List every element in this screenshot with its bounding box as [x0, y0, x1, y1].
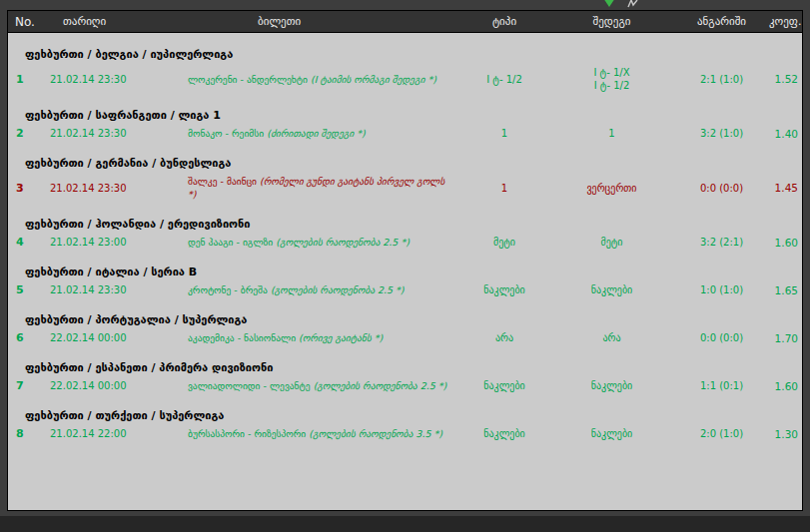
bet-type: ნაკლები: [459, 379, 549, 392]
team-names: ლოკერენი - ანდერლეხტი: [188, 74, 311, 85]
matchup: შალკე - მაინცი (რომელი გუნდი გაიტანს პირ…: [188, 175, 459, 201]
bet-result: 1: [549, 127, 674, 140]
team-names: შალკე - მაინცი: [188, 176, 260, 187]
row-number: 2: [8, 127, 38, 140]
bet-result: არა: [549, 331, 674, 344]
match-score: 1:0 (1:0): [674, 283, 769, 296]
event-date: 21.02.14 23:30: [38, 128, 188, 139]
matchup: ვალიადოლიდი - ლევანტე (გოლების რაოდენობა…: [188, 379, 459, 392]
event-date: 21.02.14 22:00: [38, 428, 188, 439]
row-number: 3: [8, 182, 38, 195]
matchup: კროტონე - ბრეშა (გოლების რაოდენობა 2.5 *…: [188, 283, 459, 296]
match-score: 2:0 (1:0): [674, 427, 769, 440]
event-date: 21.02.14 23:30: [38, 183, 188, 194]
bet-type: მეტი: [459, 236, 549, 249]
odds-value: 1.60: [769, 380, 802, 392]
event-date: 21.02.14 23:00: [38, 237, 188, 248]
betting-history-page: { "colors": { "won": "#00a651", "lost": …: [0, 0, 810, 532]
bet-type: I ტ- 1/2: [459, 73, 549, 86]
bet-type: ნაკლები: [459, 427, 549, 440]
league-header: ფეხბურთი / გერმანია / ბუნდესლიგა: [8, 146, 802, 172]
match-score: 3:2 (2:1): [674, 236, 769, 249]
bet-result: ნაკლები: [549, 379, 674, 392]
bet-row: 7 22.02.14 00:00 ვალიადოლიდი - ლევანტე (…: [8, 376, 802, 398]
bet-market: (I ტაიმის ორმაგი შედეგი *): [311, 74, 436, 85]
bet-market: (ძირითადი შედეგი *): [267, 128, 365, 139]
team-names: დენ ჰააგი - იგლზი: [188, 237, 276, 248]
row-number: 6: [8, 331, 38, 344]
odds-value: 1.52: [769, 73, 802, 85]
bet-row: 3 21.02.14 23:30 შალკე - მაინცი (რომელი …: [8, 172, 802, 207]
league-header: ფეხბურთი / იტალია / სერია B: [8, 255, 802, 280]
top-toolbar: [0, 0, 810, 10]
bets-table-frame: No. თარიღი ბილეთი ტიპი შედეგი ანგარიში კ…: [7, 10, 803, 511]
column-header-row: No. თარიღი ბილეთი ტიპი შედეგი ანგარიში კ…: [8, 11, 802, 33]
event-date: 21.02.14 23:30: [38, 74, 188, 85]
odds-value: 1.65: [769, 284, 802, 296]
bet-group: ფეხბურთი / იტალია / სერია B 5 21.02.14 2…: [8, 255, 802, 302]
matchup: აკადემიკა - ნასიონალი (ორივე გაიტანს *): [188, 331, 459, 344]
bet-result: მეტი: [549, 236, 674, 249]
bet-type: 1: [459, 127, 549, 140]
column-header-ticket: ბილეთი: [188, 15, 459, 28]
row-number: 5: [8, 283, 38, 296]
matchup: მონაკო - რეიმსი (ძირითადი შედეგი *): [188, 127, 459, 140]
odds-value: 1.40: [769, 128, 802, 140]
row-number: 1: [8, 73, 38, 86]
row-number: 4: [8, 236, 38, 249]
league-header: ფეხბურთი / ესპანეთი / პრიმერა დივიზიონი: [8, 350, 802, 376]
matchup: ბურსასპორი - რიზესპორი (გოლების რაოდენობ…: [188, 427, 459, 440]
odds-value: 1.30: [769, 428, 802, 440]
column-header-coef: კოეფ.: [769, 15, 805, 28]
team-names: მონაკო - რეიმსი: [188, 128, 267, 139]
row-number: 8: [8, 427, 38, 440]
bet-type: არა: [459, 331, 549, 344]
bet-market: (გოლების რაოდენობა 3.5 *): [309, 428, 442, 439]
bet-result: ნაკლები: [549, 283, 674, 296]
match-score: 3:2 (1:0): [674, 127, 769, 140]
league-header: ფეხბურთი / თურქეთი / სუპერლიგა: [8, 398, 802, 424]
league-header: ფეხბურთი / საფრანგეთი / ლიგა 1: [8, 98, 802, 124]
row-number: 7: [8, 379, 38, 392]
league-header: ფეხბურთი / ბელგია / იუპილერლიგა: [8, 37, 802, 63]
bet-market: (გოლების რაოდენობა 2.5 *): [271, 284, 405, 295]
bet-row: 2 21.02.14 23:30 მონაკო - რეიმსი (ძირითა…: [8, 124, 802, 146]
bet-result: ვერცერთი: [549, 182, 674, 195]
bet-row: 1 21.02.14 23:30 ლოკერენი - ანდერლეხტი (…: [8, 63, 802, 98]
bet-result: I ტ- 1/X I ტ- 1/2: [549, 66, 674, 92]
bet-row: 6 22.02.14 00:00 აკადემიკა - ნასიონალი (…: [8, 328, 802, 350]
column-header-score: ანგარიში: [674, 15, 769, 28]
bet-type: ნაკლები: [459, 283, 549, 296]
match-score: 1:1 (0:1): [674, 379, 769, 392]
bet-result: ნაკლები: [549, 427, 674, 440]
bet-group: ფეხბურთი / ესპანეთი / პრიმერა დივიზიონი …: [8, 350, 802, 398]
match-score: 2:1 (1:0): [674, 73, 769, 86]
team-names: კროტონე - ბრეშა: [188, 284, 271, 295]
bet-market: (გოლების რაოდენობა 2.5 *): [314, 380, 447, 391]
league-header: ფეხბურთი / პორტუგალია / სუპერლიგა: [8, 302, 802, 328]
cursor-icon[interactable]: [627, 0, 639, 8]
bet-group: ფეხბურთი / პორტუგალია / სუპერლიგა 6 22.0…: [8, 302, 802, 350]
match-score: 0:0 (0:0): [674, 331, 769, 344]
bet-group: ფეხბურთი / ჰოლანდია / ერედივიზიონი 4 21.…: [8, 207, 802, 255]
bet-row: 5 21.02.14 23:30 კროტონე - ბრეშა (გოლები…: [8, 280, 802, 302]
event-date: 22.02.14 00:00: [38, 380, 188, 391]
green-down-arrow-icon[interactable]: [603, 0, 615, 7]
match-score: 0:0 (0:0): [674, 182, 769, 195]
bets-table-body: ფეხბურთი / ბელგია / იუპილერლიგა 1 21.02.…: [8, 33, 802, 510]
odds-value: 1.70: [769, 332, 802, 344]
bet-market: (გოლების რაოდენობა 2.5 *): [276, 237, 409, 248]
bottom-bar: [0, 516, 810, 532]
matchup: დენ ჰააგი - იგლზი (გოლების რაოდენობა 2.5…: [188, 236, 459, 249]
event-date: 22.02.14 00:00: [38, 332, 188, 343]
bet-market: (ორივე გაიტანს *): [299, 332, 383, 343]
odds-value: 1.60: [769, 237, 802, 249]
bet-type: 1: [459, 182, 549, 195]
team-names: აკადემიკა - ნასიონალი: [188, 332, 299, 343]
event-date: 21.02.14 23:30: [38, 284, 188, 295]
matchup: ლოკერენი - ანდერლეხტი (I ტაიმის ორმაგი შ…: [188, 73, 459, 86]
column-header-date: თარიღი: [38, 15, 188, 28]
bet-group: ფეხბურთი / გერმანია / ბუნდესლიგა 3 21.02…: [8, 146, 802, 207]
column-header-type: ტიპი: [459, 15, 549, 28]
team-names: ვალიადოლიდი - ლევანტე: [188, 380, 314, 391]
